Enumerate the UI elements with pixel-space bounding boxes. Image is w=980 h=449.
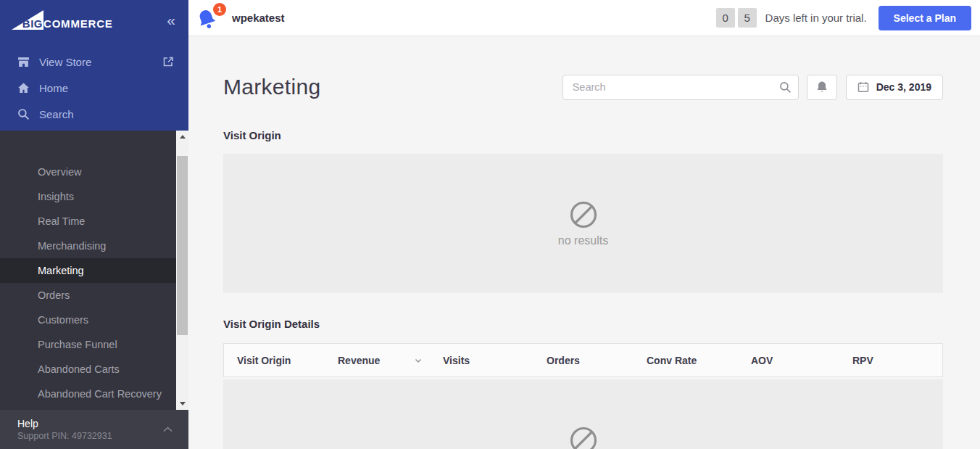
sidebar-item-label: View Store (39, 56, 162, 68)
column-header-revenue[interactable]: Revenue (338, 344, 380, 376)
search-icon[interactable] (779, 81, 792, 94)
sidebar-item-insights[interactable]: Insights (0, 184, 176, 209)
logo-text-commerce: COMMERCE (43, 17, 113, 30)
sidebar-item-view-store[interactable]: View Store (0, 49, 188, 75)
column-header-rpv[interactable]: RPV (852, 344, 873, 376)
sort-chevron-down-icon[interactable] (414, 356, 423, 365)
sidebar-item-home[interactable]: Home (0, 75, 188, 101)
calendar-icon (858, 81, 869, 93)
sidebar-item-marketing[interactable]: Marketing (0, 258, 176, 283)
column-header-aov[interactable]: AOV (751, 344, 773, 376)
sidebar-item-label: Search (39, 108, 174, 120)
sidebar-item-abandoned-cart-recovery[interactable]: Abandoned Cart Recovery (0, 382, 176, 406)
logo-sail-shape: BIG (12, 10, 43, 30)
no-results-icon (569, 200, 598, 229)
scrollbar-thumb[interactable] (177, 156, 188, 335)
collapse-sidebar-icon[interactable]: « (167, 13, 175, 28)
empty-state-text: no results (558, 234, 608, 247)
selected-date: Dec 3, 2019 (876, 81, 931, 93)
trial-days-digit-ones: 5 (738, 8, 757, 28)
sidebar-item-label: Home (39, 82, 174, 94)
column-header-orders[interactable]: Orders (547, 344, 580, 376)
sidebar: BIG COMMERCE « View Store Home Search Ov… (0, 0, 188, 449)
sidebar-item-search[interactable]: Search (0, 101, 188, 127)
scroll-up-button[interactable] (176, 131, 188, 143)
sidebar-item-abandoned-carts[interactable]: Abandoned Carts (0, 357, 176, 382)
sidebar-blue-section: BIG COMMERCE « View Store Home Search (0, 0, 188, 131)
search-icon (17, 108, 30, 120)
trial-text: Days left in your trial. (765, 12, 867, 24)
trial-days-digit-tens: 0 (716, 8, 735, 28)
help-title: Help (17, 418, 112, 429)
store-name: wpekatest (232, 12, 285, 24)
sidebar-item-real-time[interactable]: Real Time (0, 209, 176, 234)
triangle-down-icon (180, 402, 186, 405)
triangle-up-icon (180, 135, 186, 139)
storefront-icon (17, 56, 30, 68)
sidebar-item-merchandising[interactable]: Merchandising (0, 234, 176, 258)
alerts-button[interactable] (807, 75, 837, 100)
visit-origin-details-section-title: Visit Origin Details (223, 318, 943, 330)
column-header-conv-rate[interactable]: Conv Rate (647, 344, 697, 376)
sidebar-item-customers[interactable]: Customers (0, 308, 176, 332)
no-results-icon (569, 426, 598, 449)
notification-badge: 1 (213, 3, 226, 16)
sidebar-item-overview[interactable]: Overview (0, 160, 176, 184)
sidebar-item-purchase-funnel[interactable]: Purchase Funnel (0, 332, 176, 357)
page-title: Marketing (223, 75, 320, 99)
column-header-visit-origin[interactable]: Visit Origin (237, 344, 291, 376)
scroll-down-button[interactable] (176, 397, 188, 410)
sidebar-scrollbar[interactable] (176, 131, 188, 410)
column-header-visits[interactable]: Visits (443, 344, 470, 376)
external-link-icon (162, 56, 174, 67)
search-input[interactable] (562, 75, 799, 100)
bigcommerce-logo[interactable]: BIG COMMERCE (12, 10, 113, 30)
analytics-nav: Overview Insights Real Time Merchandisin… (0, 131, 188, 410)
select-plan-button[interactable]: Select a Plan (879, 6, 971, 30)
bell-icon (816, 81, 828, 94)
chevron-up-icon (163, 427, 173, 432)
sidebar-item-orders[interactable]: Orders (0, 283, 176, 308)
visit-origin-details-table-header: Visit Origin Revenue Visits Orders Conv … (223, 343, 943, 377)
search-box (562, 75, 799, 100)
home-icon (17, 82, 30, 94)
date-picker-button[interactable]: Dec 3, 2019 (846, 75, 943, 100)
visit-origin-chart-panel: no results (223, 154, 943, 293)
help-panel[interactable]: Help Support PIN: 49732931 (0, 410, 188, 449)
main-content: Marketing Dec 3, 2019 Visit Origin no re… (188, 36, 980, 449)
logo-text-big: BIG (22, 17, 43, 30)
topbar: 1 wpekatest 0 5 Days left in your trial.… (188, 0, 980, 36)
visit-origin-section-title: Visit Origin (223, 129, 943, 141)
support-pin: Support PIN: 49732931 (17, 431, 112, 441)
visit-origin-details-empty-panel: no results (223, 379, 943, 449)
notifications-bell-button[interactable]: 1 (197, 6, 222, 30)
